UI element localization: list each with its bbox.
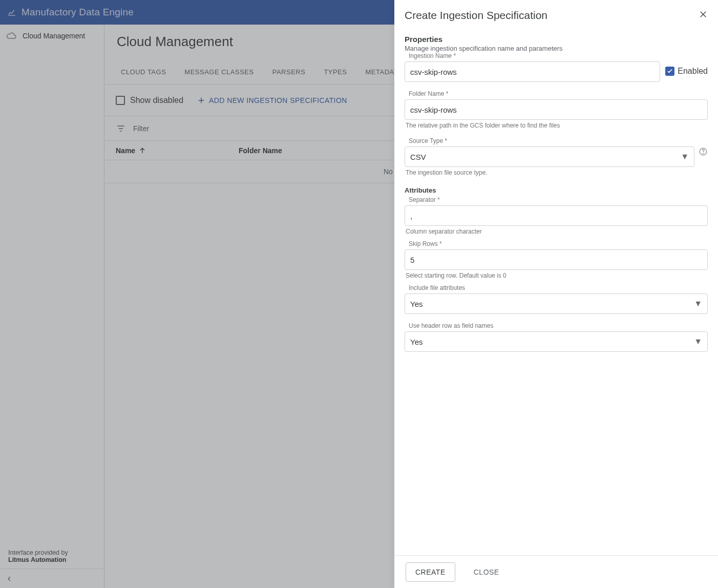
ingestion-spec-drawer: Create Ingestion Specification Propertie…	[394, 0, 718, 588]
caret-down-icon: ▼	[694, 299, 702, 308]
use-header-select[interactable]: ▼	[405, 331, 708, 352]
skip-rows-hint: Select starting row. Default value is 0	[406, 272, 708, 279]
skip-rows-input[interactable]	[410, 256, 702, 264]
close-button[interactable]	[699, 10, 708, 21]
separator-hint: Column separator character	[406, 228, 708, 235]
enabled-label: Enabled	[678, 67, 708, 76]
drawer-footer: CREATE CLOSE	[394, 555, 718, 588]
include-file-attrs-value	[410, 300, 694, 308]
use-header-label: Use header row as field names	[409, 322, 708, 329]
source-type-value	[410, 153, 681, 161]
create-button[interactable]: CREATE	[406, 562, 455, 582]
ingestion-name-input[interactable]	[410, 68, 654, 76]
close-button-footer[interactable]: CLOSE	[464, 563, 509, 581]
properties-section-title: Properties	[405, 35, 708, 44]
drawer-body: Properties Manage ingestion specificatio…	[394, 28, 718, 555]
include-file-attrs-select[interactable]: ▼	[405, 293, 708, 314]
drawer-header: Create Ingestion Specification	[394, 0, 718, 28]
source-type-label: Source Type *	[409, 137, 694, 144]
separator-input[interactable]	[410, 212, 702, 220]
include-file-attrs-label: Include file attributes	[409, 284, 708, 291]
drawer-title: Create Ingestion Specification	[405, 9, 547, 22]
source-type-select[interactable]: ▼	[405, 146, 694, 167]
caret-down-icon: ▼	[694, 337, 702, 346]
help-circle-icon	[699, 147, 708, 156]
checkbox-checked-icon	[665, 67, 674, 76]
properties-section-subtitle: Manage ingestion specification name and …	[405, 45, 708, 52]
folder-name-label: Folder Name *	[409, 90, 708, 97]
separator-label: Separator *	[409, 196, 708, 203]
caret-down-icon: ▼	[681, 152, 689, 161]
attributes-section-title: Attributes	[405, 186, 708, 194]
svg-point-1	[703, 153, 704, 154]
source-type-help[interactable]	[699, 147, 708, 158]
skip-rows-label: Skip Rows *	[409, 240, 708, 247]
close-icon	[699, 10, 708, 19]
folder-name-input[interactable]	[410, 106, 702, 114]
folder-name-hint: The relative path in the GCS folder wher…	[406, 122, 708, 129]
enabled-checkbox[interactable]: Enabled	[665, 67, 708, 76]
source-type-hint: The ingestion file source type.	[406, 169, 694, 176]
use-header-value	[410, 338, 694, 346]
ingestion-name-label: Ingestion Name *	[409, 52, 660, 59]
